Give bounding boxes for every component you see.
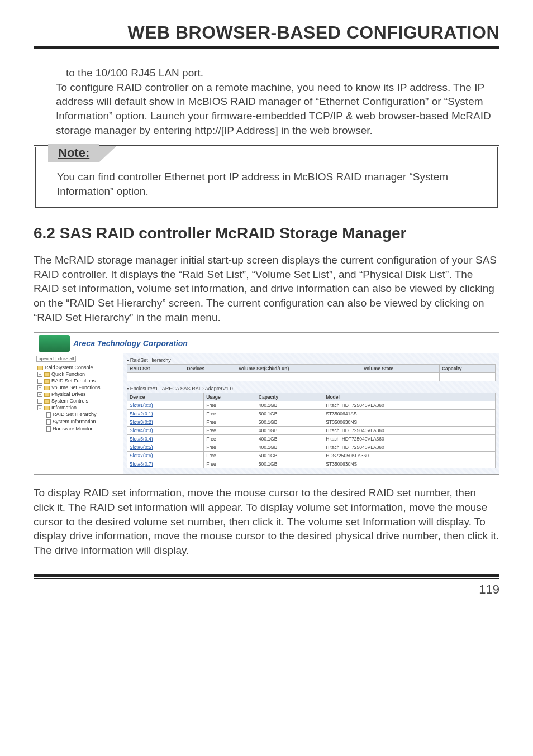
cell-usage: Free [204, 410, 256, 418]
page-title: WEB BROWSER-BASED CONFIGURATION [34, 22, 499, 46]
cell-model: Hitachi HDT725040VLA360 [323, 427, 496, 435]
col-capacity: Capacity [256, 393, 323, 401]
sidebar-item-sysinfo[interactable]: System Information [34, 418, 123, 425]
areca-logo [39, 335, 70, 352]
note-tab: Note: [48, 144, 99, 162]
table-row: Slot#7(0:6)Free500.1GBHDS725050KLA360 [127, 452, 496, 460]
sidebar-item-hwmon[interactable]: Hardware Monitor [34, 425, 123, 433]
cell-capacity: 400.1GB [256, 401, 323, 410]
table-row: Slot#5(0:4)Free400.1GBHitachi HDT725040V… [127, 435, 496, 443]
folder-icon [44, 406, 50, 410]
note-tab-corner [99, 146, 116, 162]
sidebar-item-physical[interactable]: +Physical Drives [34, 391, 123, 398]
footer-rule [34, 574, 499, 579]
folder-icon [44, 393, 50, 397]
expand-icon[interactable]: + [37, 379, 42, 384]
folder-icon [44, 372, 50, 377]
banner-title: Areca Technology Corporation [73, 339, 188, 348]
cell-capacity: 500.1GB [256, 418, 323, 427]
sidebar-item-label: Volume Set Functions [51, 385, 101, 390]
sidebar-item-quick[interactable]: +Quick Function [34, 371, 123, 377]
sidebar-item-information[interactable]: -Information [34, 404, 123, 411]
col-devices: Devices [184, 365, 236, 373]
col-raidset: RAID Set [127, 365, 184, 373]
sidebar-item-label: System Information [53, 419, 96, 424]
expand-icon[interactable]: + [37, 399, 42, 404]
enclosure-table: Device Usage Capacity Model Slot#1(0:0)F… [127, 393, 496, 468]
cell-capacity: 500.1GB [256, 452, 323, 460]
cell-capacity: 500.1GB [256, 460, 323, 468]
sidebar-root-label: Raid System Console [45, 365, 93, 370]
tree-controls[interactable]: open all | close all [36, 356, 76, 362]
cell-usage: Free [204, 401, 256, 410]
collapse-icon[interactable]: - [37, 405, 42, 410]
sidebar-item-raid-hierarchy[interactable]: RAID Set Hierarchy [34, 411, 123, 418]
sidebar-item-volset[interactable]: +Volume Set Functions [34, 384, 123, 391]
col-device: Device [127, 393, 204, 401]
sidebar-item-raidset[interactable]: +RAID Set Functions [34, 377, 123, 384]
slot-link[interactable]: Slot#5(0:4) [130, 436, 153, 442]
slot-link[interactable]: Slot#1(0:0) [130, 403, 153, 408]
slot-link[interactable]: Slot#6(0:5) [130, 444, 153, 450]
mcraid-screenshot: Areca Technology Corporation open all | … [34, 332, 499, 475]
cell-model: Hitachi HDT725040VLA360 [323, 435, 496, 443]
hierarchy-title: ▪ RaidSet Hierarchy [127, 357, 496, 363]
col-volset: Volume Set(Ch/Id/Lun) [236, 365, 361, 373]
doc-icon [46, 412, 51, 418]
cell-capacity: 500.1GB [256, 410, 323, 418]
cell-model: ST3500630NS [323, 460, 496, 468]
doc-icon [46, 419, 51, 425]
intro-paragraph: The McRAID storage manager initial start… [34, 253, 499, 324]
cell-usage: Free [204, 443, 256, 452]
expand-icon[interactable]: + [37, 392, 42, 397]
doc-icon [46, 426, 51, 432]
cell-model: Hitachi HDT725040VLA360 [323, 443, 496, 452]
cell-capacity: 400.1GB [256, 427, 323, 435]
slot-link[interactable]: Slot#7(0:6) [130, 453, 153, 458]
cell-model: Hitachi HDT725040VLA360 [323, 401, 496, 410]
slot-link[interactable]: Slot#3(0:2) [130, 419, 153, 425]
col-model: Model [323, 393, 496, 401]
page-number: 119 [34, 582, 499, 597]
main-area: ▪ RaidSet Hierarchy RAID Set Devices Vol… [123, 353, 499, 474]
sidebar-item-label: Physical Drives [51, 391, 86, 397]
sidebar-item-label: RAID Set Hierarchy [53, 412, 97, 417]
folder-icon [44, 386, 50, 390]
header-rule [34, 46, 499, 51]
table-row: Slot#4(0:3)Free400.1GBHitachi HDT725040V… [127, 427, 496, 435]
slot-link[interactable]: Slot#8(0:7) [130, 461, 153, 467]
table-row: Slot#3(0:2)Free500.1GBST3500630NS [127, 418, 496, 427]
slot-link[interactable]: Slot#2(0:1) [130, 411, 153, 417]
folder-icon [44, 399, 50, 404]
folder-icon [44, 379, 50, 384]
open-all-link[interactable]: open all [39, 356, 54, 361]
cell-usage: Free [204, 418, 256, 427]
cell-usage: Free [204, 460, 256, 468]
table-row: Slot#6(0:5)Free400.1GBHitachi HDT725040V… [127, 443, 496, 452]
note-body: You can find controller Ethernet port IP… [48, 170, 485, 198]
cell-capacity: 400.1GB [256, 435, 323, 443]
cell-model: ST3500630NS [323, 418, 496, 427]
app-banner: Areca Technology Corporation [34, 333, 499, 353]
table-row: Slot#1(0:0)Free400.1GBHitachi HDT725040V… [127, 401, 496, 410]
section-heading: 6.2 SAS RAID controller McRAID Storage M… [34, 224, 499, 243]
sidebar-item-label: RAID Set Functions [51, 378, 96, 384]
col-capacity: Capacity [439, 365, 495, 373]
expand-icon[interactable]: + [37, 372, 42, 377]
para-continuation: to the 10/100 RJ45 LAN port. [56, 66, 499, 80]
close-all-link[interactable]: close all [58, 356, 74, 361]
sidebar: open all | close all Raid System Console… [34, 353, 123, 474]
table-row: Slot#8(0:7)Free500.1GBST3500630NS [127, 460, 496, 468]
cell-capacity: 400.1GB [256, 443, 323, 452]
cell-model: HDS725050KLA360 [323, 452, 496, 460]
sidebar-item-label: Quick Function [51, 371, 85, 377]
sidebar-item-system[interactable]: +System Controls [34, 398, 123, 404]
sidebar-root[interactable]: Raid System Console [34, 364, 123, 371]
expand-icon[interactable]: + [37, 385, 42, 390]
para-config: To configure RAID controller on a remote… [56, 80, 499, 138]
cell-usage: Free [204, 452, 256, 460]
col-volstate: Volume State [361, 365, 439, 373]
outro-paragraph: To display RAID set information, move th… [34, 486, 499, 557]
col-usage: Usage [204, 393, 256, 401]
slot-link[interactable]: Slot#4(0:3) [130, 428, 153, 433]
